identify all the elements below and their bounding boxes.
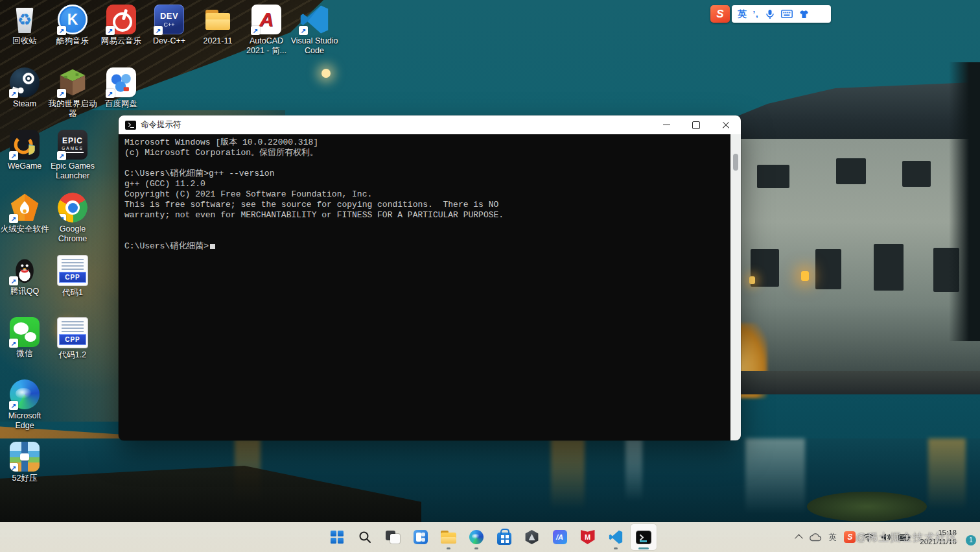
battery-icon[interactable] [898, 534, 911, 541]
notification-badge[interactable]: 1 [966, 535, 976, 546]
search-button[interactable] [352, 524, 378, 550]
window-titlebar[interactable]: 命令提示符 [119, 115, 741, 134]
wifi-icon[interactable] [863, 533, 874, 542]
desktop-icon-dev-cpp[interactable]: DEVC++ ↗ Dev-C++ [145, 5, 193, 46]
icon-label: Dev-C++ [145, 36, 194, 46]
close-button[interactable] [711, 115, 741, 134]
desktop-icon-autocad[interactable]: A ↗ AutoCAD 2021 - 简... [242, 5, 290, 56]
hexagon-app-button[interactable] [519, 524, 545, 550]
skin-shirt-icon[interactable] [799, 10, 809, 19]
shortcut-arrow-icon: ↗ [9, 276, 18, 285]
terminal[interactable]: Microsoft Windows [版本 10.0.22000.318] (c… [119, 134, 741, 440]
icon-label: 代码1.2 [48, 350, 97, 360]
kugou-music-icon: K ↗ [58, 5, 88, 34]
vscode-icon: ↗ [299, 5, 329, 34]
icon-label: AutoCAD 2021 - 简... [242, 36, 291, 56]
ime-punctuation-icon[interactable]: ’, [753, 9, 759, 19]
tencent-qq-icon: ↗ [10, 255, 40, 285]
ime-language-toggle[interactable]: 英 [738, 8, 747, 20]
desktop-icon-52haoya[interactable]: ↗ 52好压 [1, 442, 49, 483]
running-indicator [474, 547, 478, 549]
52haoya-icon: ↗ [10, 442, 40, 472]
icon-label: Visual Studio Code [290, 36, 339, 56]
tray-input-language[interactable]: 英 [829, 532, 837, 543]
desktop-icon-chrome[interactable]: ↗ Google Chrome [49, 193, 97, 245]
system-tray: 英 S 15:18 2021/11/16 1 [796, 522, 976, 552]
desktop-icon-wechat[interactable]: ↗ 微信 [1, 317, 49, 359]
desktop-icon-recycle-bin[interactable]: ♻ 回收站 [1, 5, 49, 46]
start-button[interactable] [324, 524, 350, 550]
windows-logo-icon [331, 531, 344, 544]
taskbar-center: /A M [323, 522, 657, 552]
virtual-keyboard-icon[interactable] [781, 10, 793, 18]
cmd-button[interactable] [631, 524, 657, 550]
edge-button[interactable] [463, 524, 489, 550]
shortcut-arrow-icon: ↗ [299, 26, 308, 35]
terminal-text: Microsoft Windows [版本 10.0.22000.318] (c… [119, 134, 741, 252]
desktop-icon-folder-2021-11[interactable]: 2021-11 [194, 5, 242, 46]
desktop-icon-edge[interactable]: ↗ Microsoft Edge [1, 379, 49, 431]
desktop-icon-qq[interactable]: ↗ 腾讯QQ [1, 255, 49, 296]
cmd-icon [125, 121, 136, 130]
icon-label: Epic Games Launcher [48, 162, 97, 182]
desktop-icon-epic[interactable]: EPICGAMES ↗ Epic Games Launcher [49, 130, 97, 182]
running-indicator [638, 547, 649, 549]
desktop-icon-code1[interactable]: CPP 代码1 [49, 255, 97, 298]
terminal-cursor [210, 244, 215, 249]
shortcut-arrow-icon: ↗ [10, 463, 18, 472]
desktop-icon-wegame[interactable]: ↗ WeGame [1, 130, 49, 171]
icon-label: 52好压 [0, 474, 49, 483]
shortcut-arrow-icon: ↗ [58, 214, 66, 222]
cmd-window[interactable]: 命令提示符 Microsoft Windows [版本 10.0.22000.3… [119, 115, 741, 440]
shortcut-arrow-icon: ↗ [9, 339, 18, 348]
terminal-output: Microsoft Windows [版本 10.0.22000.318] (c… [124, 138, 504, 220]
vscode-button[interactable] [603, 524, 629, 550]
minimize-button[interactable] [651, 115, 681, 134]
wallpaper-moon [321, 69, 331, 78]
taskbar: /A M 英 S [0, 522, 980, 552]
window-title: 命令提示符 [141, 119, 181, 130]
file-explorer-button[interactable] [436, 524, 461, 550]
microsoft-store-button[interactable] [491, 524, 517, 550]
wallpaper-stones [0, 466, 421, 524]
wallpaper-buildings [739, 62, 980, 454]
desktop[interactable]: ♻ 回收站 K ↗ 酷狗音乐 ↗ 网易云音乐 DEVC++ ↗ Dev-C++ … [0, 0, 980, 552]
shortcut-arrow-icon: ↗ [251, 26, 260, 35]
autocad-icon: A ↗ [251, 5, 281, 34]
terminal-scrollbar[interactable] [730, 134, 741, 440]
desktop-icon-vscode[interactable]: ↗ Visual Studio Code [290, 5, 338, 56]
desktop-icon-steam[interactable]: ↗ Steam [1, 67, 49, 109]
terminal-prompt: C:\Users\硝化细菌> [124, 241, 209, 251]
scrollbar-thumb[interactable] [733, 154, 738, 171]
desktop-icon-huorong[interactable]: ↗ 火绒安全软件 [1, 193, 49, 234]
desktop-icon-netease-music[interactable]: ↗ 网易云音乐 [97, 5, 145, 46]
toolbox-grid-icon[interactable] [815, 9, 826, 19]
tray-chevron-button[interactable] [796, 534, 802, 540]
sogou-tray-icon[interactable]: S [844, 531, 856, 543]
ime-toolbar[interactable]: S 英 ’, [710, 5, 831, 23]
microphone-icon[interactable] [765, 9, 775, 19]
clock[interactable]: 15:18 2021/11/16 [920, 528, 957, 547]
mcafee-button[interactable]: M [575, 524, 601, 550]
icon-label: 代码1 [48, 288, 97, 298]
shortcut-arrow-icon: ↗ [154, 26, 163, 35]
sogou-logo-icon[interactable]: S [710, 5, 730, 23]
desktop-icon-baidu-netdisk[interactable]: ↗ 百度网盘 [97, 67, 145, 109]
task-view-button[interactable] [380, 524, 406, 550]
shortcut-arrow-icon: ↗ [9, 214, 18, 223]
shortcut-arrow-icon: ↗ [106, 26, 115, 35]
icon-label: 2021-11 [193, 36, 242, 46]
maximize-button[interactable] [681, 115, 711, 134]
widgets-button[interactable] [408, 524, 434, 550]
a-app-button[interactable]: /A [547, 524, 573, 550]
onedrive-cloud-icon[interactable] [809, 533, 822, 542]
task-view-icon [386, 531, 400, 544]
file-explorer-icon [441, 531, 456, 544]
microsoft-edge-icon: ↗ [10, 379, 40, 409]
icon-label: Microsoft Edge [0, 411, 49, 431]
volume-icon[interactable] [881, 533, 891, 542]
mcafee-shield-icon: M [581, 530, 595, 544]
desktop-icon-code12[interactable]: CPP 代码1.2 [49, 317, 97, 360]
desktop-icon-minecraft[interactable]: ↗ 我的世界启动器 [49, 67, 97, 119]
desktop-icon-kugou[interactable]: K ↗ 酷狗音乐 [49, 5, 97, 46]
